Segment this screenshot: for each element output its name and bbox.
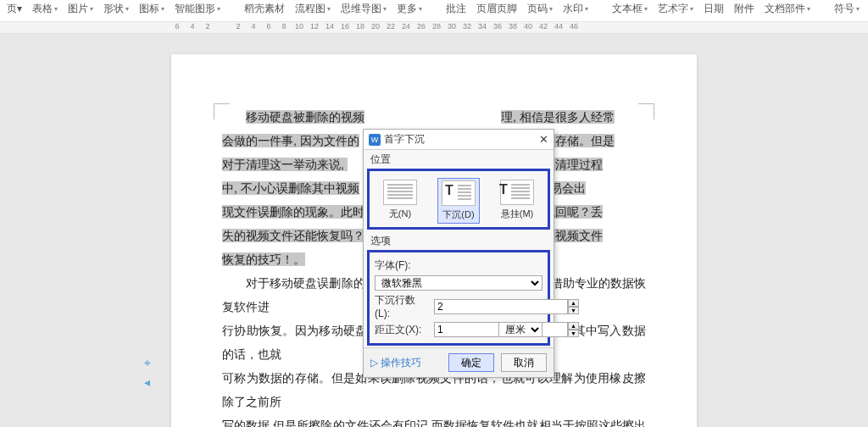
tips-link[interactable]: ▷操作技巧 bbox=[370, 356, 421, 370]
dist-spin-up[interactable]: ▲ bbox=[568, 322, 579, 330]
page-menu[interactable]: 页▾ bbox=[7, 2, 22, 16]
app-icon: W bbox=[369, 134, 381, 146]
dist-label: 距正文(X): bbox=[375, 323, 429, 337]
pagenum-menu[interactable]: 页码▾ bbox=[527, 2, 553, 16]
watermark-menu[interactable]: 水印▾ bbox=[563, 2, 588, 16]
daoke-menu[interactable]: 稻壳素材 bbox=[244, 2, 285, 16]
arrow-icon[interactable]: ◂ bbox=[144, 375, 151, 389]
picture-menu[interactable]: 图片▾ bbox=[68, 2, 93, 16]
smartart-menu[interactable]: 智能图形▾ bbox=[175, 2, 220, 16]
ribbon-toolbar: 页▾表格▾图片▾形状▾图标▾智能图形▾稻壳素材流程图▾思维导图▾更多▾批注页眉页… bbox=[0, 0, 868, 22]
caret-icon: ▾ bbox=[125, 5, 129, 13]
caret-icon: ▾ bbox=[549, 5, 553, 13]
date-btn[interactable]: 日期 bbox=[704, 2, 724, 16]
position-section-label: 位置 bbox=[364, 150, 554, 167]
dialog-title: 首字下沉 bbox=[384, 132, 539, 147]
close-icon[interactable]: ✕ bbox=[539, 133, 548, 146]
mindmap-menu[interactable]: 思维导图▾ bbox=[341, 2, 387, 16]
caret-icon: ▾ bbox=[161, 5, 164, 13]
caret-icon: ▾ bbox=[383, 5, 387, 13]
icon-menu[interactable]: 图标▾ bbox=[139, 2, 164, 16]
font-label: 字体(F): bbox=[375, 258, 429, 273]
cancel-button[interactable]: 取消 bbox=[501, 353, 547, 372]
option-none[interactable]: 无(N) bbox=[380, 178, 420, 224]
caret-icon: ▾ bbox=[54, 5, 58, 13]
play-icon: ▷ bbox=[370, 357, 378, 369]
wordart-menu[interactable]: 艺术字▾ bbox=[658, 2, 693, 16]
horizontal-ruler: 6422468101214161820222426283032343638404… bbox=[0, 22, 868, 34]
lines-label: 下沉行数(L): bbox=[375, 293, 429, 319]
dialog-footer: ▷操作技巧 确定 取消 bbox=[364, 347, 554, 377]
lines-spin-down[interactable]: ▼ bbox=[568, 307, 579, 314]
options-group-highlight: 字体(F): 微软雅黑 下沉行数(L): ▲▼ 距正文(X): ▲▼ 厘米 bbox=[367, 250, 550, 346]
page-corner-marks bbox=[214, 114, 654, 122]
attachment-btn[interactable]: 附件 bbox=[734, 2, 754, 16]
caret-icon: ▾ bbox=[690, 5, 693, 13]
caret-icon: ▾ bbox=[217, 5, 220, 13]
compass-icon[interactable]: ⌖ bbox=[144, 356, 151, 370]
shape-menu[interactable]: 形状▾ bbox=[103, 2, 129, 16]
caret-icon: ▾ bbox=[327, 5, 331, 13]
dialog-titlebar: W 首字下沉 ✕ bbox=[364, 130, 554, 150]
caret-icon: ▾ bbox=[807, 5, 810, 13]
caret-icon: ▾ bbox=[585, 5, 588, 13]
position-group-highlight: 无(N) T 下沉(D) T 悬挂(M) bbox=[367, 169, 550, 230]
more-menu[interactable]: 更多▾ bbox=[397, 2, 422, 16]
docparts-menu[interactable]: 文档部件▾ bbox=[765, 2, 810, 16]
table-menu[interactable]: 表格▾ bbox=[32, 2, 58, 16]
lines-input[interactable] bbox=[434, 299, 568, 314]
dist-spin-down[interactable]: ▼ bbox=[568, 330, 579, 337]
font-select[interactable]: 微软雅黑 bbox=[375, 275, 542, 291]
option-dropped[interactable]: T 下沉(D) bbox=[437, 178, 480, 224]
ok-button[interactable]: 确定 bbox=[448, 353, 494, 372]
header-footer-btn[interactable]: 页眉页脚 bbox=[476, 2, 517, 16]
flowchart-menu[interactable]: 流程图▾ bbox=[295, 2, 331, 16]
lines-spin-up[interactable]: ▲ bbox=[568, 299, 579, 307]
caret-icon: ▾ bbox=[644, 5, 648, 13]
gutter-icons: ⌖ ◂ bbox=[144, 356, 151, 389]
option-in-margin[interactable]: T 悬挂(M) bbox=[497, 178, 537, 224]
caret-icon: ▾ bbox=[419, 5, 422, 13]
drop-cap-dialog: W 首字下沉 ✕ 位置 无(N) T 下沉(D) T 悬挂(M) 选项 字体(F… bbox=[363, 129, 554, 378]
caret-icon: ▾ bbox=[856, 5, 860, 13]
options-section-label: 选项 bbox=[364, 231, 554, 248]
dist-unit-select[interactable]: 厘米 bbox=[498, 322, 542, 337]
textbox-menu[interactable]: 文本框▾ bbox=[612, 2, 648, 16]
caret-icon: ▾ bbox=[90, 5, 93, 13]
symbol-menu[interactable]: 符号▾ bbox=[834, 2, 860, 16]
comment-btn[interactable]: 批注 bbox=[446, 2, 466, 16]
